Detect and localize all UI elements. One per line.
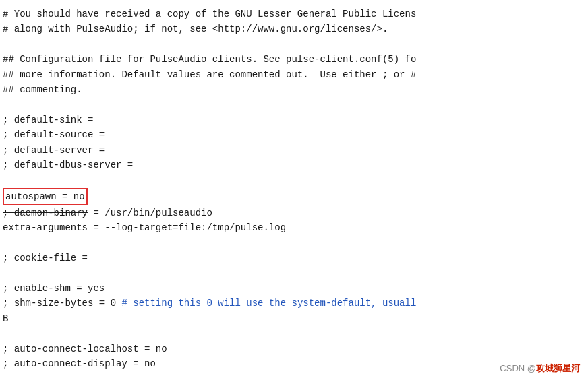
- code-line: B: [0, 311, 583, 326]
- code-line: [0, 236, 583, 251]
- code-line: ; daemon-binary = /usr/bin/pulseaudio: [0, 205, 583, 220]
- code-line: [0, 326, 583, 341]
- code-line: # You should have received a copy of the…: [0, 7, 583, 22]
- comment-prefix: ; shm-size-bytes = 0: [3, 298, 121, 309]
- code-line: ; cookie-file =: [0, 251, 583, 265]
- watermark: CSDN @攻城狮星河: [500, 362, 580, 375]
- code-line: ## more information. Default values are …: [0, 67, 583, 82]
- code-line: [0, 172, 583, 187]
- strikethrough-text: ; daemon-binary: [3, 207, 88, 218]
- code-line: ; auto-connect-display = no: [0, 356, 583, 371]
- watermark-text: 攻城狮星河: [536, 363, 580, 373]
- normal-text: = /usr/bin/pulseaudio: [88, 207, 212, 218]
- code-line: ; default-server =: [0, 143, 583, 158]
- highlight-box: autospawn = no: [3, 188, 88, 205]
- code-line: ; default-sink =: [0, 113, 583, 127]
- code-line: ; default-source =: [0, 127, 583, 142]
- highlighted-code-line: autospawn = no: [0, 188, 583, 205]
- code-line: ; default-dbus-server =: [0, 158, 583, 172]
- code-line: extra-arguments = --log-target=file:/tmp…: [0, 220, 583, 235]
- inline-comment: # setting this 0 will use the system-def…: [121, 298, 416, 309]
- code-line: # along with PulseAudio; if not, see <ht…: [0, 22, 583, 36]
- code-line: [0, 97, 583, 112]
- code-line: ## commenting.: [0, 82, 583, 97]
- code-line: ## Configuration file for PulseAudio cli…: [0, 52, 583, 67]
- watermark-prefix: CSDN @: [500, 363, 536, 373]
- code-line: [0, 266, 583, 281]
- code-line: [0, 37, 583, 52]
- code-line: ; shm-size-bytes = 0 # setting this 0 wi…: [0, 296, 583, 311]
- code-line: ; enable-shm = yes: [0, 281, 583, 296]
- code-line: ; auto-connect-localhost = no: [0, 342, 583, 356]
- code-container: # You should have received a copy of the…: [0, 0, 588, 384]
